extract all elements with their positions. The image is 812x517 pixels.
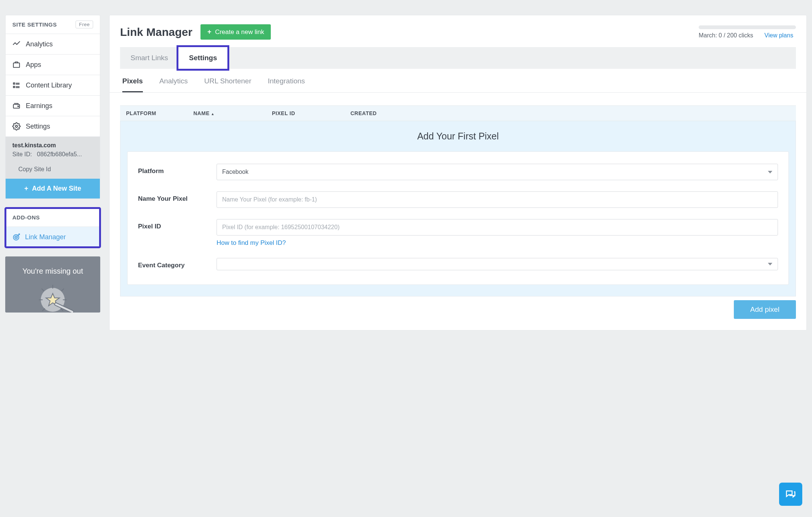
plus-icon: +: [207, 28, 211, 36]
usage-progress-bar: [699, 25, 796, 29]
tab-settings[interactable]: Settings: [178, 47, 227, 69]
sort-asc-icon: ▴: [212, 112, 214, 116]
create-button-label: Create a new link: [215, 28, 264, 36]
pixel-name-label: Name Your Pixel: [138, 191, 217, 203]
chevron-down-icon: [768, 263, 772, 265]
first-pixel-area: Add Your First Pixel Platform Facebook N…: [120, 121, 796, 296]
tab-smart-links[interactable]: Smart Links: [120, 47, 178, 69]
svg-line-14: [42, 289, 44, 291]
platform-label: Platform: [138, 164, 217, 175]
site-settings-panel: SITE SETTINGS Free Analytics Apps Co: [5, 15, 100, 199]
svg-point-8: [15, 125, 18, 127]
svg-point-11: [16, 237, 16, 237]
analytics-icon: [12, 40, 21, 48]
sidebar-item-settings[interactable]: Settings: [6, 116, 100, 137]
svg-rect-2: [13, 86, 15, 88]
pixel-id-input[interactable]: [217, 219, 778, 236]
usage-text: March: 0 / 200 clicks: [699, 32, 753, 39]
primary-tabs: Smart Links Settings: [120, 47, 796, 69]
view-plans-link[interactable]: View plans: [764, 32, 793, 39]
pixel-form: Platform Facebook Name Your Pixel: [127, 151, 789, 285]
svg-rect-0: [13, 63, 20, 67]
sidebar-item-apps[interactable]: Apps: [6, 55, 100, 75]
plus-icon: +: [24, 185, 28, 193]
platform-selected-value: Facebook: [222, 169, 248, 175]
main-header: Link Manager + Create a new link March: …: [110, 15, 806, 45]
event-category-row: Event Category: [138, 258, 778, 270]
event-category-label: Event Category: [138, 258, 217, 269]
site-info-block: test.kinsta.com Site ID: 0862fb680efa5..…: [6, 137, 100, 179]
add-new-site-button[interactable]: + Add A New Site: [6, 179, 100, 199]
promo-card[interactable]: You're missing out: [5, 256, 100, 313]
platform-select[interactable]: Facebook: [217, 164, 778, 180]
target-icon: [12, 233, 21, 241]
site-domain: test.kinsta.com: [12, 142, 93, 149]
sidebar-item-label: Analytics: [26, 40, 53, 48]
column-created[interactable]: CREATED: [350, 110, 790, 116]
column-name[interactable]: NAME▴: [193, 110, 272, 116]
subtab-pixels[interactable]: Pixels: [122, 77, 143, 92]
sidebar-item-label: Content Library: [26, 81, 72, 89]
sidebar-item-label: Earnings: [26, 102, 52, 110]
sidebar-item-label: Settings: [26, 123, 50, 130]
pixel-id-label: Pixel ID: [138, 219, 217, 230]
addon-item-link-manager[interactable]: Link Manager: [6, 227, 100, 247]
find-pixel-id-help-link[interactable]: How to find my Pixel ID?: [217, 239, 286, 247]
svg-line-15: [61, 289, 64, 291]
copy-site-id-button[interactable]: Copy Site Id: [12, 162, 93, 179]
site-settings-header: SITE SETTINGS Free: [6, 15, 100, 34]
add-pixel-button[interactable]: Add pixel: [734, 300, 796, 319]
pixel-name-row: Name Your Pixel: [138, 191, 778, 208]
pixels-table-header: PLATFORM NAME▴ PIXEL ID CREATED: [120, 105, 796, 121]
create-new-link-button[interactable]: + Create a new link: [200, 24, 271, 40]
event-category-select[interactable]: [217, 258, 778, 270]
add-site-label: Add A New Site: [32, 185, 81, 193]
addons-panel: ADD-ONS Link Manager: [5, 208, 100, 247]
svg-point-7: [18, 106, 18, 107]
addon-label: Link Manager: [25, 233, 66, 241]
promo-title: You're missing out: [10, 267, 95, 276]
wand-icon: [10, 279, 95, 313]
main-content: Link Manager + Create a new link March: …: [109, 15, 807, 330]
chevron-down-icon: [768, 171, 772, 173]
column-pixel-id[interactable]: PIXEL ID: [272, 110, 350, 116]
usage-meter: March: 0 / 200 clicks View plans: [699, 25, 796, 39]
site-id-label: Site ID:: [12, 151, 32, 157]
site-id-value: 0862fb680efa5...: [37, 151, 82, 157]
sidebar-item-analytics[interactable]: Analytics: [6, 34, 100, 55]
plan-badge[interactable]: Free: [76, 21, 93, 28]
column-platform[interactable]: PLATFORM: [126, 110, 193, 116]
first-pixel-title: Add Your First Pixel: [127, 131, 789, 142]
platform-row: Platform Facebook: [138, 164, 778, 180]
addons-header: ADD-ONS: [6, 208, 100, 227]
svg-line-18: [42, 308, 45, 311]
subtab-url-shortener[interactable]: URL Shortener: [204, 77, 251, 92]
svg-rect-1: [13, 83, 15, 84]
site-id-row: Site ID: 0862fb680efa5...: [12, 151, 93, 158]
sidebar-item-content-library[interactable]: Content Library: [6, 75, 100, 96]
apps-icon: [12, 61, 21, 69]
subtab-analytics[interactable]: Analytics: [159, 77, 188, 92]
subtab-integrations[interactable]: Integrations: [268, 77, 305, 92]
sidebar: SITE SETTINGS Free Analytics Apps Co: [5, 15, 100, 330]
settings-icon: [12, 122, 21, 130]
sidebar-item-label: Apps: [26, 61, 41, 69]
pixel-id-row: Pixel ID How to find my Pixel ID?: [138, 219, 778, 247]
pixel-name-input[interactable]: [217, 191, 778, 208]
secondary-tabs: Pixels Analytics URL Shortener Integrati…: [110, 69, 806, 93]
page-title: Link Manager: [120, 26, 192, 39]
earnings-icon: [12, 102, 21, 110]
content-library-icon: [12, 81, 21, 89]
sidebar-item-earnings[interactable]: Earnings: [6, 96, 100, 116]
site-settings-title: SITE SETTINGS: [12, 21, 57, 28]
